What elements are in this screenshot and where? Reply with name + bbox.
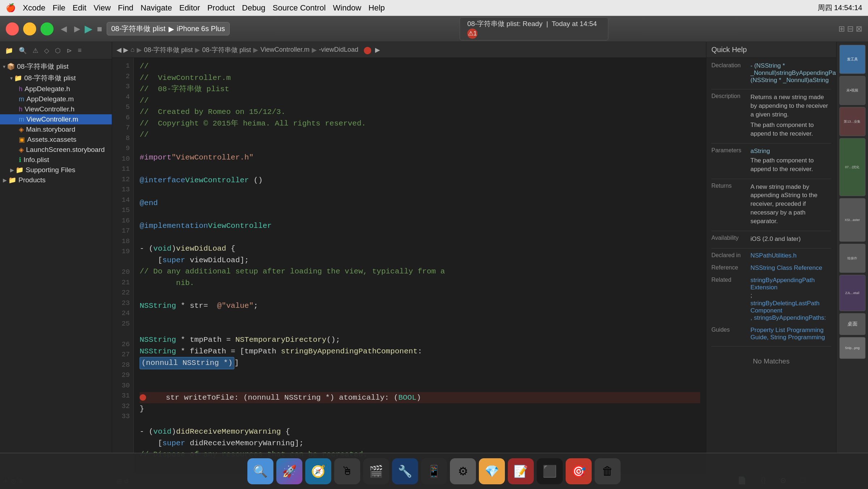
menu-edit[interactable]: Edit: [73, 3, 86, 13]
dock-trash[interactable]: 🗑: [595, 458, 621, 484]
tree-products[interactable]: ▶ 📁 Products: [0, 175, 112, 185]
tree-launch-storyboard[interactable]: ◈ LaunchScreen.storyboard: [0, 145, 112, 155]
qh-declared-label: Declared in: [711, 252, 748, 259]
apple-menu[interactable]: 🍎: [6, 3, 16, 13]
nav-home-icon: ⌂: [131, 46, 135, 54]
nav-back-icon[interactable]: ◀: [61, 24, 67, 34]
menu-navigate[interactable]: Navigate: [141, 3, 172, 13]
qh-declared-value[interactable]: NSPathUtilities.h: [750, 252, 797, 259]
menu-bar: 🍎 Xcode File Edit View Find Navigate Edi…: [0, 0, 868, 16]
menu-xcode[interactable]: Xcode: [23, 3, 45, 13]
root-label: 08-字符串做 plist: [17, 62, 69, 71]
dock-terminal[interactable]: ⬛: [537, 458, 563, 484]
tree-viewcontroller-m[interactable]: m ViewController.m: [0, 114, 112, 124]
menu-product[interactable]: Product: [207, 3, 235, 13]
breadcrumb-2[interactable]: 08-字符串做 plist: [202, 46, 251, 54]
dock-video[interactable]: 🎬: [363, 458, 389, 484]
run-button[interactable]: ▶: [85, 23, 93, 35]
qh-related-item2[interactable]: Extension: [750, 284, 831, 291]
qh-related-item4[interactable]: , stringsByAppendingPaths:: [750, 314, 831, 322]
menu-editor[interactable]: Editor: [179, 3, 200, 13]
qh-description-text1: Returns a new string made by appending t…: [750, 93, 831, 119]
tree-root[interactable]: ▾ 📦 08-字符串做 plist: [0, 61, 112, 72]
tree-group1[interactable]: ▾ 📁 08-字符串做 plist: [0, 72, 112, 84]
no-matches-text: No Matches: [711, 350, 831, 373]
breadcrumb-3[interactable]: ViewController.m: [260, 46, 310, 54]
minimize-button[interactable]: [23, 22, 36, 35]
thumb-1[interactable]: 发工具: [839, 45, 865, 74]
code-line-20: [140, 289, 700, 300]
tree-assets[interactable]: ▣ Assets.xcassets: [0, 135, 112, 145]
menu-window[interactable]: Window: [333, 3, 361, 13]
thumb-2[interactable]: 未•视频: [839, 76, 865, 105]
tree-viewcontroller-h[interactable]: h ViewController.h: [0, 104, 112, 114]
dock-safari[interactable]: 🧭: [305, 458, 331, 484]
report-nav-icon[interactable]: ≡: [76, 45, 83, 56]
breadcrumb-4[interactable]: -viewDidLoad: [319, 46, 358, 54]
qh-guides-label: Guides: [711, 327, 748, 333]
thumb-8[interactable]: 桌面: [839, 313, 865, 335]
code-line-10: [140, 163, 700, 175]
nav-right-icon[interactable]: ▶: [375, 46, 380, 54]
thumb-7[interactable]: ZJL...etail: [839, 275, 865, 311]
test-nav-icon[interactable]: ◇: [43, 45, 51, 56]
stop-button[interactable]: ■: [97, 24, 102, 34]
file-tree: ▾ 📦 08-字符串做 plist ▾ 📁 08-字符串做 plist h Ap…: [0, 59, 112, 473]
tree-appdelegate-h[interactable]: h AppDelegate.h: [0, 84, 112, 94]
launch-storyboard-label: LaunchScreen.storyboard: [26, 146, 105, 154]
navigator-panel: 📁 🔍 ⚠ ◇ ⬡ ⊳ ≡ ▾ 📦 08-字符串做 plist ▾ 📁: [0, 42, 112, 489]
qh-related-item1[interactable]: stringByAppendingPath: [750, 277, 831, 284]
qh-parameters: Parameters aString The path component to…: [711, 147, 831, 174]
tree-appdelegate-m[interactable]: m AppDelegate.m: [0, 94, 112, 104]
thumb-9[interactable]: Snip...png: [839, 337, 865, 359]
menu-file[interactable]: File: [52, 3, 65, 13]
nav-forward-icon[interactable]: ▶: [74, 24, 80, 34]
search-nav-icon[interactable]: 🔍: [17, 45, 28, 56]
maximize-button[interactable]: [41, 22, 54, 35]
tree-main-storyboard[interactable]: ◈ Main.storyboard: [0, 124, 112, 135]
scheme-selector[interactable]: 08-字符串做 plist ▶ iPhone 6s Plus: [107, 22, 230, 35]
thumb-5[interactable]: XSI...aster: [839, 198, 865, 242]
quick-help-content: Declaration - (NSString * _Nonnull)strin…: [706, 58, 836, 471]
thumb-3[interactable]: 第13…业集: [839, 107, 865, 136]
tree-supporting-files[interactable]: ▶ 📁 Supporting Files: [0, 165, 112, 175]
dock-iphone[interactable]: 📱: [421, 458, 447, 484]
breakpoint-nav-icon[interactable]: ⊳: [65, 45, 73, 56]
qh-reference-value[interactable]: NSString Class Reference: [750, 264, 822, 272]
assets-label: Assets.xcassets: [27, 136, 76, 144]
qh-related-item3[interactable]: stringByDeletingLastPath Component: [750, 300, 831, 314]
menu-view[interactable]: View: [94, 3, 111, 13]
thumb-4[interactable]: 07…(优化: [839, 138, 865, 196]
close-button[interactable]: [6, 22, 19, 35]
menu-source-control[interactable]: Source Control: [273, 3, 326, 13]
dock-mouse[interactable]: 🖱: [334, 458, 360, 484]
dock-settings[interactable]: ⚙: [450, 458, 476, 484]
debug-nav-icon[interactable]: ⬡: [54, 45, 62, 56]
code-area[interactable]: // // ViewController.m // 08-字符串做 plist …: [134, 58, 706, 473]
dock-finder[interactable]: 🔍: [247, 458, 273, 484]
qh-description-label: Description: [711, 93, 748, 99]
dock-sketch[interactable]: 💎: [479, 458, 505, 484]
folder-nav-icon[interactable]: 📁: [4, 45, 14, 56]
menu-debug[interactable]: Debug: [242, 3, 265, 13]
dock-xcode[interactable]: 🔧: [392, 458, 418, 484]
editor-content[interactable]: 12345 678910 1112131415 16171819 2021222…: [112, 58, 706, 473]
chevron-icon: ▶: [169, 25, 174, 33]
breadcrumb-1[interactable]: 08-字符串做 plist: [144, 46, 193, 54]
menu-find[interactable]: Find: [118, 3, 133, 13]
thumb-6[interactable]: 绘操作: [839, 244, 865, 273]
nav-arrows-icon[interactable]: ◀ ▶: [116, 46, 128, 54]
qh-parameters-label: Parameters: [711, 147, 748, 154]
dock-editor[interactable]: 📝: [508, 458, 534, 484]
menu-help[interactable]: Help: [369, 3, 385, 13]
qh-reference-label: Reference: [711, 264, 748, 271]
qh-divider5: [711, 248, 831, 248]
code-line-3: // 08-字符串做 plist: [140, 84, 700, 95]
code-line-11: @interface ViewController (): [140, 175, 700, 186]
qh-guides-value[interactable]: Property List Programming Guide, String …: [750, 327, 831, 341]
dock-media[interactable]: 🎯: [566, 458, 592, 484]
code-line-29: }: [140, 403, 700, 415]
tree-info-plist[interactable]: ℹ Info.plist: [0, 155, 112, 165]
dock-launchpad[interactable]: 🚀: [276, 458, 302, 484]
warning-nav-icon[interactable]: ⚠: [31, 45, 40, 56]
